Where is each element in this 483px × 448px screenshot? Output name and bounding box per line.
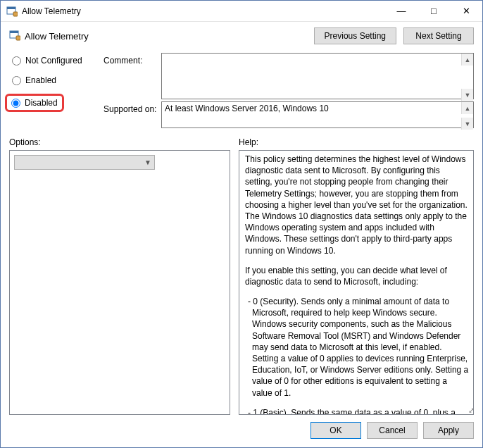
scroll-down-icon[interactable]: ▼ xyxy=(461,89,473,101)
comment-label: Comment: xyxy=(104,53,158,66)
apply-button[interactable]: Apply xyxy=(423,422,474,439)
radio-label: Not Configured xyxy=(25,56,82,66)
radio-label: Enabled xyxy=(25,75,56,85)
svg-rect-1 xyxy=(7,7,15,9)
radio-not-configured[interactable]: Not Configured xyxy=(9,54,101,67)
supported-wrap: ▲ ▼ xyxy=(161,101,474,130)
comment-input[interactable] xyxy=(161,53,474,99)
previous-setting-button[interactable]: Previous Setting xyxy=(314,27,396,44)
supported-label: Supported on: xyxy=(104,101,158,114)
radio-not-configured-input[interactable] xyxy=(12,56,21,66)
radio-disabled-input[interactable] xyxy=(11,99,20,108)
help-text[interactable]: This policy setting determines the highe… xyxy=(239,151,473,414)
split-panels: ▼ This policy setting determines the hig… xyxy=(1,150,482,415)
supported-text xyxy=(161,101,474,128)
policy-icon xyxy=(6,6,18,17)
titlebar: Allow Telemetry — □ ✕ xyxy=(1,1,482,22)
dialog-footer: OK Cancel Apply xyxy=(1,415,482,447)
ok-button[interactable]: OK xyxy=(310,422,361,439)
help-bullet: - 1 (Basic). Sends the same data as a va… xyxy=(245,407,469,414)
policy-name: Allow Telemetry xyxy=(25,31,89,42)
svg-rect-5 xyxy=(16,36,20,40)
options-panel: ▼ xyxy=(9,150,230,415)
radio-enabled[interactable]: Enabled xyxy=(9,74,101,87)
comment-wrap: ▲ ▼ xyxy=(161,53,474,101)
panel-labels: Options: Help: xyxy=(1,136,482,150)
radio-label: Disabled xyxy=(25,98,58,108)
policy-icon xyxy=(9,30,20,43)
scroll-down-icon[interactable]: ▼ xyxy=(461,118,473,130)
config-grid: Not Configured Enabled Disabled Comment:… xyxy=(1,53,482,136)
help-paragraph: This policy setting determines the highe… xyxy=(245,154,469,256)
highlight-box: Disabled xyxy=(5,94,64,112)
help-label: Help: xyxy=(239,137,258,147)
minimize-button[interactable]: — xyxy=(385,1,418,21)
scroll-up-icon[interactable]: ▲ xyxy=(461,54,473,66)
svg-rect-4 xyxy=(10,31,18,33)
radio-disabled[interactable]: Disabled xyxy=(11,98,58,108)
scroll-up-icon[interactable]: ▲ xyxy=(461,102,473,114)
cancel-button[interactable]: Cancel xyxy=(367,422,418,439)
help-paragraph: If you enable this setting, you can deci… xyxy=(245,265,469,287)
chevron-down-icon: ▼ xyxy=(144,158,151,166)
svg-rect-2 xyxy=(13,12,18,16)
radio-enabled-input[interactable] xyxy=(12,76,21,85)
options-dropdown[interactable]: ▼ xyxy=(14,155,155,170)
maximize-button[interactable]: □ xyxy=(418,1,450,21)
header-row: Allow Telemetry Previous Setting Next Se… xyxy=(1,22,482,53)
next-setting-button[interactable]: Next Setting xyxy=(403,27,474,44)
help-panel: This policy setting determines the highe… xyxy=(239,150,474,415)
window-title: Allow Telemetry xyxy=(22,6,385,16)
options-label: Options: xyxy=(9,137,239,147)
window-buttons: — □ ✕ xyxy=(385,1,482,21)
close-button[interactable]: ✕ xyxy=(450,1,482,21)
state-radios: Not Configured Enabled Disabled xyxy=(9,53,101,112)
help-bullet: - 0 (Security). Sends only a minimal amo… xyxy=(245,296,469,399)
policy-heading: Allow Telemetry xyxy=(9,30,89,43)
